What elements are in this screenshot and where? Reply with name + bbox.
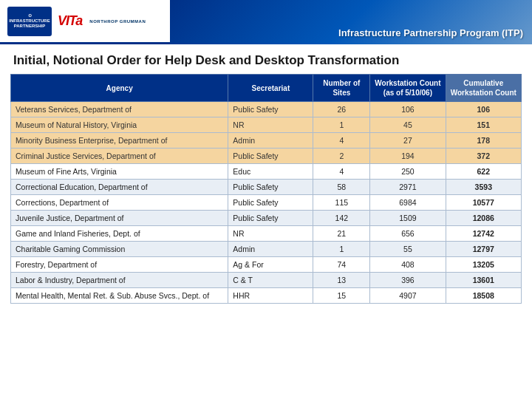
vita-logo: VITa	[58, 13, 82, 29]
table-row: Game and Inland Fisheries, Dept. ofNR216…	[11, 226, 522, 242]
cell-cum-count: 18508	[446, 288, 521, 304]
header-title-bar: Infrastructure Partnership Program (ITP)	[170, 0, 532, 44]
cell-ws-count: 2971	[370, 180, 446, 195]
cell-sites: 15	[313, 288, 370, 304]
cell-cum-count: 10577	[446, 195, 521, 211]
cell-secretariat: NR	[228, 117, 313, 133]
cell-agency: Mental Health, Mental Ret. & Sub. Abuse …	[11, 288, 228, 304]
cell-ws-count: 27	[370, 133, 446, 149]
cell-secretariat: Public Safety	[228, 102, 313, 117]
cell-agency: Museum of Fine Arts, Virginia	[11, 164, 228, 180]
cell-secretariat: Public Safety	[228, 195, 313, 211]
cell-ws-count: 106	[370, 102, 446, 117]
infra-logo: ⊙INFRASTRUCTUREPARTNERSHIP	[7, 7, 52, 36]
cell-ws-count: 45	[370, 117, 446, 133]
cell-sites: 74	[313, 257, 370, 273]
table-row: Museum of Natural History, VirginiaNR145…	[11, 117, 522, 133]
col-sites: Number of Sites	[313, 75, 370, 102]
cell-sites: 115	[313, 195, 370, 211]
cell-ws-count: 396	[370, 273, 446, 288]
cell-ws-count: 55	[370, 242, 446, 257]
cell-sites: 13	[313, 273, 370, 288]
cell-agency: Juvenile Justice, Department of	[11, 211, 228, 226]
header: ⊙INFRASTRUCTUREPARTNERSHIP VITa NORTHROP…	[0, 0, 532, 44]
cell-cum-count: 622	[446, 164, 521, 180]
table-row: Museum of Fine Arts, VirginiaEduc4250622	[11, 164, 522, 180]
cell-cum-count: 3593	[446, 180, 521, 195]
cell-secretariat: Admin	[228, 242, 313, 257]
cell-ws-count: 250	[370, 164, 446, 180]
cell-secretariat: HHR	[228, 288, 313, 304]
cell-secretariat: Educ	[228, 164, 313, 180]
cell-secretariat: Public Safety	[228, 149, 313, 164]
cell-cum-count: 12797	[446, 242, 521, 257]
cell-ws-count: 6984	[370, 195, 446, 211]
table-row: Minority Business Enterprise, Department…	[11, 133, 522, 149]
table-row: Forestry, Department ofAg & For744081320…	[11, 257, 522, 273]
cell-secretariat: C & T	[228, 273, 313, 288]
col-agency: Agency	[11, 75, 228, 102]
page-title-bar: Initial, Notional Order for Help Desk an…	[0, 44, 532, 74]
cell-sites: 1	[313, 117, 370, 133]
cell-secretariat: Public Safety	[228, 211, 313, 226]
table-header-row: Agency Secretariat Number of Sites Works…	[11, 75, 522, 102]
cell-cum-count: 13205	[446, 257, 521, 273]
cell-cum-count: 13601	[446, 273, 521, 288]
cell-sites: 58	[313, 180, 370, 195]
col-secretariat: Secretariat	[228, 75, 313, 102]
cell-secretariat: Admin	[228, 133, 313, 149]
cell-sites: 26	[313, 102, 370, 117]
table-row: Labor & Industry, Department ofC & T1339…	[11, 273, 522, 288]
table-row: Juvenile Justice, Department ofPublic Sa…	[11, 211, 522, 226]
page-title: Initial, Notional Order for Help Desk an…	[13, 53, 519, 68]
cell-sites: 142	[313, 211, 370, 226]
table-row: Veterans Services, Department ofPublic S…	[11, 102, 522, 117]
cell-ws-count: 408	[370, 257, 446, 273]
cell-cum-count: 178	[446, 133, 521, 149]
col-ws-count: Workstation Count (as of 5/10/06)	[370, 75, 446, 102]
col-cum-count: Cumulative Workstation Count	[446, 75, 521, 102]
table-row: Criminal Justice Services, Department of…	[11, 149, 522, 164]
cell-cum-count: 106	[446, 102, 521, 117]
table-row: Charitable Gaming CommissionAdmin1551279…	[11, 242, 522, 257]
cell-secretariat: Public Safety	[228, 180, 313, 195]
cell-agency: Correctional Education, Department of	[11, 180, 228, 195]
cell-ws-count: 656	[370, 226, 446, 242]
table-body: Veterans Services, Department ofPublic S…	[11, 102, 522, 304]
cell-agency: Museum of Natural History, Virginia	[11, 117, 228, 133]
table-row: Correctional Education, Department ofPub…	[11, 180, 522, 195]
cell-agency: Game and Inland Fisheries, Dept. of	[11, 226, 228, 242]
cell-sites: 1	[313, 242, 370, 257]
cell-agency: Forestry, Department of	[11, 257, 228, 273]
logo-left: ⊙INFRASTRUCTUREPARTNERSHIP VITa NORTHROP…	[0, 0, 170, 44]
northrop-logo: NORTHROP GRUMMAN	[89, 19, 146, 24]
cell-agency: Veterans Services, Department of	[11, 102, 228, 117]
cell-secretariat: Ag & For	[228, 257, 313, 273]
cell-secretariat: NR	[228, 226, 313, 242]
cell-agency: Criminal Justice Services, Department of	[11, 149, 228, 164]
main-table-wrapper: Agency Secretariat Number of Sites Works…	[0, 74, 532, 311]
table-row: Mental Health, Mental Ret. & Sub. Abuse …	[11, 288, 522, 304]
cell-ws-count: 4907	[370, 288, 446, 304]
program-title: Infrastructure Partnership Program (ITP)	[338, 27, 523, 38]
cell-sites: 4	[313, 133, 370, 149]
cell-agency: Labor & Industry, Department of	[11, 273, 228, 288]
cell-cum-count: 12742	[446, 226, 521, 242]
cell-sites: 4	[313, 164, 370, 180]
data-table: Agency Secretariat Number of Sites Works…	[10, 74, 522, 304]
cell-sites: 21	[313, 226, 370, 242]
cell-ws-count: 1509	[370, 211, 446, 226]
cell-cum-count: 12086	[446, 211, 521, 226]
cell-cum-count: 372	[446, 149, 521, 164]
cell-agency: Corrections, Department of	[11, 195, 228, 211]
cell-sites: 2	[313, 149, 370, 164]
table-row: Corrections, Department ofPublic Safety1…	[11, 195, 522, 211]
cell-ws-count: 194	[370, 149, 446, 164]
cell-agency: Charitable Gaming Commission	[11, 242, 228, 257]
cell-cum-count: 151	[446, 117, 521, 133]
infra-logo-text: ⊙INFRASTRUCTUREPARTNERSHIP	[9, 13, 50, 30]
cell-agency: Minority Business Enterprise, Department…	[11, 133, 228, 149]
